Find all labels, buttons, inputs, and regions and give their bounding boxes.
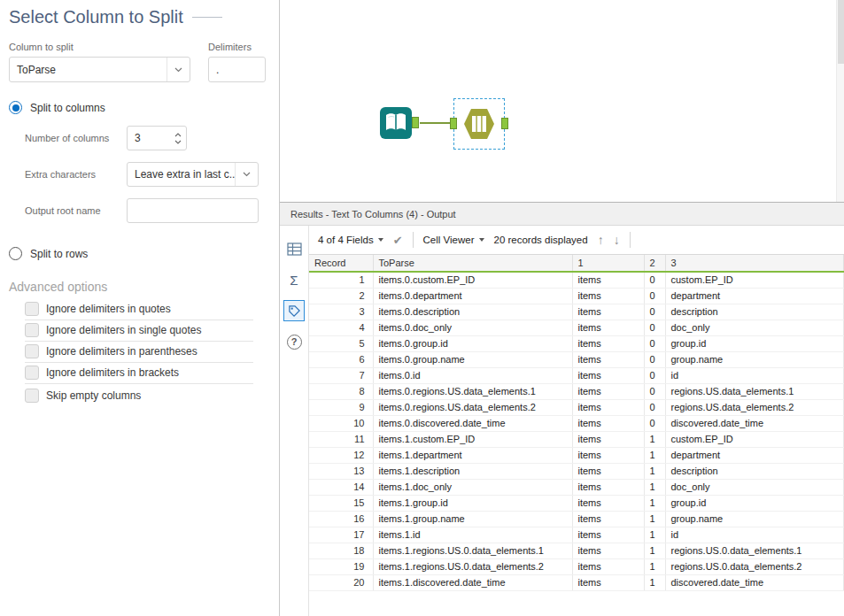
data-cell[interactable]: items.0.discovered.date_time	[373, 415, 572, 431]
data-cell[interactable]: department	[665, 288, 844, 304]
data-cell[interactable]: items	[572, 399, 644, 415]
data-cell[interactable]: 0	[644, 335, 665, 351]
data-cell[interactable]: regions.US.data_elements.1	[665, 383, 844, 399]
record-number-cell[interactable]: 20	[309, 574, 373, 590]
data-cell[interactable]: 0	[644, 320, 665, 335]
record-number-cell[interactable]: 13	[309, 463, 373, 479]
data-cell[interactable]: 1	[644, 479, 665, 495]
record-number-cell[interactable]: 10	[309, 415, 373, 431]
canvas-scrollbar[interactable]	[836, 0, 844, 202]
data-cell[interactable]: items.1.group.id	[373, 495, 572, 511]
record-number-cell[interactable]: 3	[309, 304, 373, 320]
table-row[interactable]: 13items.1.descriptionitems1description	[309, 463, 844, 479]
input-data-tool[interactable]	[379, 106, 413, 143]
record-number-cell[interactable]: 14	[309, 479, 373, 495]
data-cell[interactable]: 0	[644, 288, 665, 304]
advanced-option-row[interactable]: Skip empty columns	[25, 386, 253, 406]
data-cell[interactable]: 0	[644, 272, 665, 288]
scrollbar-thumb[interactable]	[838, 0, 844, 64]
data-cell[interactable]: 0	[644, 399, 665, 415]
data-cell[interactable]: items	[572, 320, 644, 335]
data-cell[interactable]: items	[572, 415, 644, 431]
table-row[interactable]: 15items.1.group.iditems1group.id	[309, 495, 844, 511]
column-header[interactable]: 1	[572, 255, 644, 272]
data-cell[interactable]: items	[572, 383, 644, 399]
table-row[interactable]: 11items.1.custom.EP_IDitems1custom.EP_ID	[309, 431, 844, 447]
table-row[interactable]: 19items.1.regions.US.0.data_elements.2it…	[309, 558, 844, 574]
data-cell[interactable]: discovered.date_time	[665, 574, 844, 590]
data-cell[interactable]: items	[572, 543, 644, 558]
arrow-down-icon[interactable]: ↓	[614, 234, 620, 246]
data-cell[interactable]: department	[665, 447, 844, 463]
table-row[interactable]: 14items.1.doc_onlyitems1doc_only	[309, 479, 844, 495]
data-cell[interactable]: regions.US.data_elements.2	[665, 399, 844, 415]
data-cell[interactable]: items.1.id	[373, 527, 572, 543]
data-cell[interactable]: items	[572, 479, 644, 495]
data-cell[interactable]: items.0.department	[373, 288, 572, 304]
data-cell[interactable]: doc_only	[665, 479, 844, 495]
data-cell[interactable]: items	[572, 574, 644, 590]
data-cell[interactable]: items.0.group.name	[373, 351, 572, 367]
record-number-cell[interactable]: 1	[309, 272, 373, 288]
cell-viewer-dropdown[interactable]: Cell Viewer	[423, 235, 484, 245]
data-cell[interactable]: items.0.regions.US.data_elements.2	[373, 399, 572, 415]
data-cell[interactable]: items.1.custom.EP_ID	[373, 431, 572, 447]
data-cell[interactable]: 0	[644, 367, 665, 383]
data-cell[interactable]: items.0.doc_only	[373, 320, 572, 335]
record-number-cell[interactable]: 15	[309, 495, 373, 511]
data-cell[interactable]: doc_only	[665, 320, 844, 335]
table-row[interactable]: 7items.0.iditems0id	[309, 367, 844, 383]
table-row[interactable]: 12items.1.departmentitems1department	[309, 447, 844, 463]
data-cell[interactable]: regions.US.0.data_elements.2	[665, 558, 844, 574]
apply-check-icon[interactable]: ✔	[393, 234, 403, 247]
output-anchor[interactable]	[412, 117, 419, 128]
stepper-buttons[interactable]	[170, 133, 186, 144]
help-button[interactable]: ?	[283, 331, 305, 352]
table-row[interactable]: 20items.1.discovered.date_timeitems1disc…	[309, 574, 844, 590]
data-cell[interactable]: items.0.description	[373, 304, 572, 320]
column-header[interactable]: 3	[665, 255, 844, 272]
split-to-columns-radio[interactable]	[9, 101, 22, 114]
advanced-option-row[interactable]: Ignore delimiters in parentheses	[25, 342, 253, 363]
data-cell[interactable]: custom.EP_ID	[665, 272, 844, 288]
data-cell[interactable]: items	[572, 351, 644, 367]
data-cell[interactable]: items.1.description	[373, 463, 572, 479]
data-cell[interactable]: 0	[644, 383, 665, 399]
data-cell[interactable]: items	[572, 495, 644, 511]
data-cell[interactable]: items.0.id	[373, 367, 572, 383]
table-row[interactable]: 6items.0.group.nameitems0group.name	[309, 351, 844, 367]
workflow-canvas[interactable]	[280, 0, 844, 202]
column-header[interactable]: 2	[644, 255, 665, 272]
data-cell[interactable]: group.name	[665, 351, 844, 367]
record-number-cell[interactable]: 19	[309, 558, 373, 574]
record-number-cell[interactable]: 6	[309, 351, 373, 367]
data-cell[interactable]: items	[572, 272, 644, 288]
data-cell[interactable]: group.name	[665, 511, 844, 527]
fields-dropdown[interactable]: 4 of 4 Fields	[318, 235, 383, 245]
checkbox[interactable]	[25, 302, 39, 316]
data-cell[interactable]: items	[572, 447, 644, 463]
data-cell[interactable]: items	[572, 527, 644, 543]
split-to-columns-option[interactable]: Split to columns	[9, 101, 279, 114]
data-cell[interactable]: discovered.date_time	[665, 415, 844, 431]
table-row[interactable]: 18items.1.regions.US.0.data_elements.1it…	[309, 543, 844, 558]
arrow-up-icon[interactable]: ↑	[598, 234, 604, 246]
metadata-view-button[interactable]: Σ	[283, 269, 305, 290]
table-row[interactable]: 2items.0.departmentitems0department	[309, 288, 844, 304]
data-cell[interactable]: items	[572, 558, 644, 574]
data-cell[interactable]: items.0.group.id	[373, 335, 572, 351]
table-row[interactable]: 8items.0.regions.US.data_elements.1items…	[309, 383, 844, 399]
output-anchor[interactable]	[501, 118, 508, 129]
record-number-cell[interactable]: 5	[309, 335, 373, 351]
record-number-cell[interactable]: 8	[309, 383, 373, 399]
checkbox[interactable]	[25, 366, 39, 380]
data-cell[interactable]: items.1.regions.US.0.data_elements.2	[373, 558, 572, 574]
checkbox[interactable]	[25, 323, 39, 337]
record-number-cell[interactable]: 18	[309, 543, 373, 558]
data-cell[interactable]: description	[665, 304, 844, 320]
data-cell[interactable]: items.1.department	[373, 447, 572, 463]
data-cell[interactable]: 0	[644, 351, 665, 367]
column-header[interactable]: ToParse	[373, 255, 572, 272]
data-cell[interactable]: 1	[644, 558, 665, 574]
chevron-down-icon[interactable]	[166, 58, 190, 81]
